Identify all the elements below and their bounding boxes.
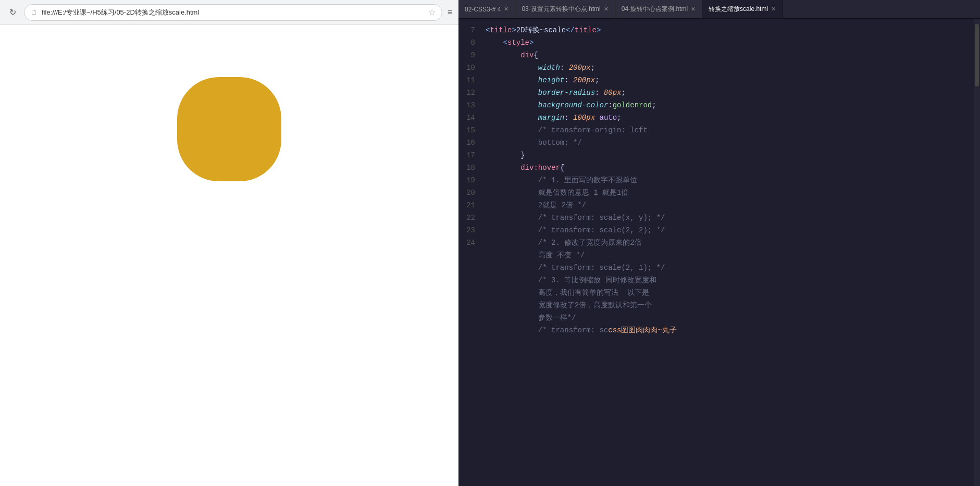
line-number: 7	[458, 24, 480, 36]
editor-tabs: 02-CSS3-# 4✕03-设置元素转换中心点.html✕04-旋转中心点案例…	[458, 0, 980, 19]
tab-label: 03-设置元素转换中心点.html	[522, 5, 600, 14]
address-url-text: file:///E:/专业课~/H5练习/05-2D转换之缩放scale.htm…	[42, 8, 424, 17]
line-number: 17	[458, 149, 480, 161]
main-layout: ↻ 🗋 file:///E:/专业课~/H5练习/05-2D转换之缩放scale…	[0, 0, 980, 486]
code-line: <title>2D转换~scale</title>	[486, 24, 974, 36]
editor-scrollbar-thumb[interactable]	[975, 24, 979, 86]
code-line: /* 1. 里面写的数字不跟单位	[486, 174, 974, 186]
line-number: 15	[458, 124, 480, 136]
reload-icon: ↻	[9, 7, 16, 17]
code-line: /* transform-origin: left	[486, 124, 974, 136]
line-number: 21	[458, 199, 480, 211]
code-line: /* 3. 等比例缩放 同时修改宽度和	[486, 274, 974, 286]
code-line: height: 200px;	[486, 74, 974, 86]
line-number: 11	[458, 74, 480, 86]
line-number: 19	[458, 174, 480, 186]
address-bar: ↻ 🗋 file:///E:/专业课~/H5练习/05-2D转换之缩放scale…	[0, 0, 458, 25]
line-number: 10	[458, 61, 480, 74]
page-icon: 🗋	[31, 8, 38, 16]
line-numbers: 789101112131415161718192021222324	[458, 19, 480, 486]
tab-label: 04-旋转中心点案例.html	[622, 5, 688, 14]
code-line: margin: 100px auto;	[486, 111, 974, 124]
demo-box	[177, 77, 281, 181]
tab-close-button[interactable]: ✕	[504, 6, 508, 13]
tab-close-button[interactable]: ✕	[604, 6, 609, 13]
favorite-button[interactable]: ☆	[428, 7, 436, 17]
code-line: div{	[486, 49, 974, 61]
code-line: border-radius: 80px;	[486, 86, 974, 99]
editor-tab[interactable]: 04-旋转中心点案例.html✕	[615, 0, 702, 18]
code-line: bottom; */	[486, 136, 974, 149]
line-number: 24	[458, 236, 480, 249]
line-number: 18	[458, 161, 480, 174]
line-number: 12	[458, 86, 480, 99]
code-line: /* 2. 修改了宽度为原来的2倍	[486, 236, 974, 249]
tab-label: 转换之缩放scale.html	[709, 5, 768, 14]
editor-tab[interactable]: 03-设置元素转换中心点.html✕	[515, 0, 615, 18]
code-area[interactable]: <title>2D转换~scale</title> <style> div{ w…	[480, 19, 974, 486]
code-line: /* transform: scale(2, 2); */	[486, 224, 974, 236]
code-line: 2就是 2倍 */	[486, 199, 974, 211]
line-number: 8	[458, 36, 480, 49]
editor-scrollbar[interactable]	[974, 19, 980, 486]
code-line: }	[486, 149, 974, 161]
code-line: /* transform: scale(x, y); */	[486, 211, 974, 224]
code-line: 就是倍数的意思 1 就是1倍	[486, 186, 974, 199]
editor-body: 789101112131415161718192021222324 <title…	[458, 19, 980, 486]
browser-content	[0, 25, 458, 486]
line-number: 14	[458, 111, 480, 124]
code-line: /* transform: scale(2, 1); */	[486, 261, 974, 274]
code-line: 宽度修改了2倍，高度默认和第一个	[486, 299, 974, 311]
tab-close-button[interactable]: ✕	[691, 6, 696, 13]
tab-close-button[interactable]: ✕	[771, 6, 776, 13]
code-line: div:hover{	[486, 161, 974, 174]
address-bar-input[interactable]: 🗋 file:///E:/专业课~/H5练习/05-2D转换之缩放scale.h…	[24, 4, 442, 21]
code-line: background-color:goldenrod;	[486, 99, 974, 111]
line-number: 20	[458, 186, 480, 199]
editor-tab[interactable]: 转换之缩放scale.html✕	[702, 0, 783, 18]
code-line: 高度，我们有简单的写法 以下是	[486, 286, 974, 299]
tab-label: 02-CSS3-# 4	[465, 6, 501, 13]
browser-menu-button[interactable]: ≡	[448, 8, 452, 17]
line-number: 22	[458, 211, 480, 224]
line-number: 23	[458, 224, 480, 236]
code-line: 高度 不变 */	[486, 249, 974, 261]
line-number: 13	[458, 99, 480, 111]
code-line: 参数一样*/	[486, 311, 974, 324]
editor-panel: 02-CSS3-# 4✕03-设置元素转换中心点.html✕04-旋转中心点案例…	[458, 0, 980, 486]
code-line: width: 200px;	[486, 61, 974, 74]
editor-tab[interactable]: 02-CSS3-# 4✕	[458, 0, 515, 18]
code-line: /* transform: sccss图图肉肉肉~丸子	[486, 324, 974, 337]
line-number: 9	[458, 49, 480, 61]
browser-panel: ↻ 🗋 file:///E:/专业课~/H5练习/05-2D转换之缩放scale…	[0, 0, 458, 486]
line-number: 16	[458, 136, 480, 149]
code-line: <style>	[486, 36, 974, 49]
reload-button[interactable]: ↻	[6, 6, 19, 19]
